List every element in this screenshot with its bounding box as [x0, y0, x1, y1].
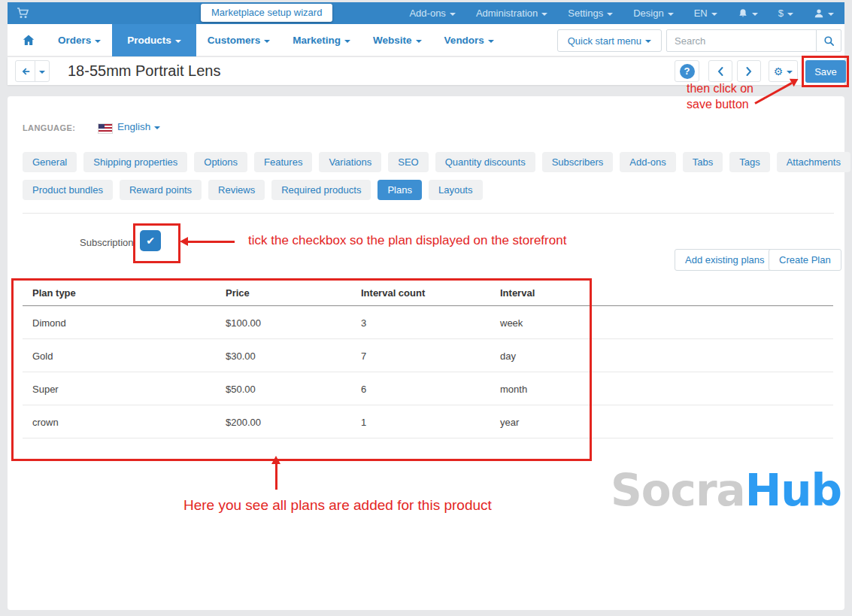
tab-tabs[interactable]: Tabs: [683, 152, 723, 172]
menu-settings[interactable]: Settings: [568, 8, 613, 19]
caret-down-icon: [711, 13, 717, 16]
tab-quantity-discounts[interactable]: Quantity discounts: [435, 152, 535, 172]
back-dropdown-button[interactable]: [35, 60, 50, 82]
product-tabs-row1: General Shipping properties Options Feat…: [23, 152, 850, 172]
menu-addons[interactable]: Add-ons: [409, 8, 455, 19]
menu-language-en[interactable]: EN: [694, 8, 717, 19]
tab-tags[interactable]: Tags: [729, 152, 769, 172]
cart-icon[interactable]: [17, 8, 29, 19]
tab-addons[interactable]: Add-ons: [620, 152, 675, 172]
help-button[interactable]: ?: [675, 60, 699, 82]
caret-down-icon: [488, 40, 494, 43]
cell-price: $100.00: [226, 317, 261, 328]
menu-administration[interactable]: Administration: [476, 8, 547, 19]
caret-down-icon: [264, 40, 270, 43]
arrow-to-table: [275, 464, 277, 490]
col-header-interval-count: Interval count: [361, 287, 425, 298]
caret-down-icon: [645, 40, 651, 43]
next-item-button[interactable]: [737, 60, 761, 82]
page-title: 18-55mm Portrait Lens: [68, 57, 220, 85]
us-flag-icon: [99, 124, 112, 133]
tab-reviews[interactable]: Reviews: [208, 180, 265, 200]
quick-start-label: Quick start menu: [568, 35, 641, 47]
menu-administration-label: Administration: [476, 8, 538, 19]
previous-item-button[interactable]: [708, 60, 732, 82]
col-header-price: Price: [226, 287, 250, 298]
nav-item-website[interactable]: Website: [362, 24, 433, 56]
search-input[interactable]: [666, 29, 817, 52]
save-button[interactable]: Save: [805, 60, 846, 83]
nav-item-vendors[interactable]: Vendors: [433, 24, 505, 56]
language-selector[interactable]: English: [117, 121, 160, 132]
cell-interval-count: 3: [361, 317, 366, 328]
currency-menu[interactable]: $: [778, 8, 793, 19]
caret-down-icon: [668, 13, 674, 16]
section-divider: [23, 213, 834, 214]
dollar-icon: $: [778, 8, 784, 19]
nav-item-marketing[interactable]: Marketing: [281, 24, 362, 56]
menu-addons-label: Add-ons: [409, 8, 445, 19]
arrow-to-checkbox: [188, 241, 235, 243]
product-tabs-row2: Product bundles Reward points Reviews Re…: [23, 180, 483, 200]
nav-products-label: Products: [127, 35, 171, 46]
table-header-row: Plan type Price Interval count Interval: [23, 279, 833, 306]
tab-attachments[interactable]: Attachments: [777, 152, 850, 172]
cell-plan-type: crown: [32, 416, 59, 427]
nav-item-orders[interactable]: Orders: [47, 24, 112, 56]
caret-down-icon: [154, 126, 160, 129]
tab-shipping-properties[interactable]: Shipping properties: [83, 152, 187, 172]
cell-interval-count: 1: [361, 416, 366, 427]
quick-start-menu-button[interactable]: Quick start menu: [557, 29, 662, 52]
caret-down-icon: [175, 40, 181, 43]
nav-orders-label: Orders: [58, 35, 91, 46]
caret-down-icon: [607, 13, 613, 16]
cell-interval: month: [500, 383, 527, 394]
tab-features[interactable]: Features: [254, 152, 312, 172]
top-menus: Add-ons Administration Settings Design E…: [409, 2, 834, 24]
cell-interval-count: 7: [361, 350, 366, 361]
nav-item-customers[interactable]: Customers: [196, 24, 282, 56]
nav-vendors-label: Vendors: [444, 35, 484, 46]
caret-down-icon: [39, 71, 45, 74]
back-arrow-icon[interactable]: [15, 60, 35, 82]
subscription-checkbox[interactable]: ✔: [140, 230, 161, 251]
caret-down-icon: [828, 13, 834, 16]
cell-interval-count: 6: [361, 383, 366, 394]
notifications-menu[interactable]: [738, 8, 758, 19]
nav-item-products[interactable]: Products: [112, 24, 196, 56]
nav-marketing-label: Marketing: [293, 35, 341, 46]
table-row: Gold $30.00 7 day: [23, 339, 833, 372]
tab-seo[interactable]: SEO: [388, 152, 428, 172]
add-existing-plans-button[interactable]: Add existing plans: [675, 249, 775, 271]
search-group: [666, 29, 841, 52]
plans-table: Plan type Price Interval count Interval …: [23, 279, 833, 438]
menu-design-label: Design: [633, 8, 663, 19]
cell-interval: year: [500, 416, 519, 427]
home-icon[interactable]: [8, 24, 47, 56]
tab-general[interactable]: General: [23, 152, 77, 172]
cell-interval: week: [500, 317, 523, 328]
cell-price: $200.00: [226, 416, 261, 427]
menu-en-label: EN: [694, 8, 708, 19]
caret-down-icon: [752, 13, 758, 16]
caret-down-icon: [344, 40, 350, 43]
tab-required-products[interactable]: Required products: [271, 180, 371, 200]
create-plan-button[interactable]: Create Plan: [769, 249, 841, 271]
menu-design[interactable]: Design: [633, 8, 673, 19]
main-nav-bar: Orders Products Customers Marketing Webs…: [8, 24, 844, 56]
marketplace-setup-wizard-button[interactable]: Marketplace setup wizard: [201, 4, 332, 22]
tab-options[interactable]: Options: [194, 152, 247, 172]
tab-variations[interactable]: Variations: [319, 152, 381, 172]
search-icon[interactable]: [816, 29, 841, 52]
tab-plans[interactable]: Plans: [377, 180, 422, 200]
tab-layouts[interactable]: Layouts: [429, 180, 483, 200]
user-account-menu[interactable]: [814, 8, 834, 19]
col-header-plan-type: Plan type: [32, 287, 76, 298]
tab-subscribers[interactable]: Subscribers: [542, 152, 614, 172]
cell-price: $50.00: [226, 383, 256, 394]
caret-down-icon: [95, 40, 101, 43]
table-row: Dimond $100.00 3 week: [23, 306, 833, 339]
tab-product-bundles[interactable]: Product bundles: [23, 180, 113, 200]
checkmark-icon: ✔: [146, 235, 155, 247]
tab-reward-points[interactable]: Reward points: [120, 180, 202, 200]
